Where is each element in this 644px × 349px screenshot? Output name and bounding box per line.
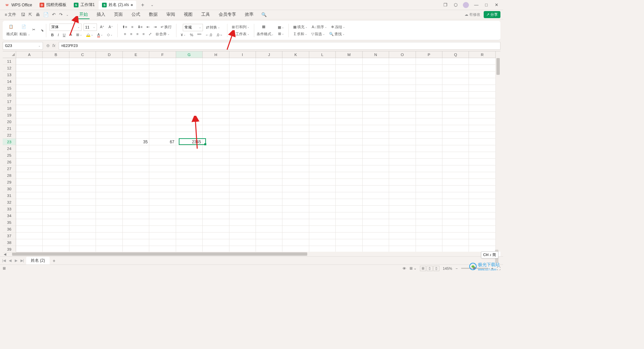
cell-E27[interactable] [123,165,149,172]
cell-O26[interactable] [389,159,416,165]
cell-M16[interactable] [336,92,362,98]
cell-G12[interactable] [176,65,203,71]
cell-Q24[interactable] [442,145,469,152]
cell-E19[interactable] [123,112,149,118]
cell-A21[interactable] [16,125,43,132]
col-header-I[interactable]: I [229,51,256,58]
border-button[interactable]: ⊞⌄ [75,32,83,37]
cell-B14[interactable] [43,78,69,85]
cell-J20[interactable] [256,118,282,125]
export-icon[interactable]: ⇱ [29,12,32,17]
cell-P17[interactable] [416,98,442,105]
cell-C21[interactable] [69,125,96,132]
worksheet-button[interactable]: ⊞工作表⌄ [231,31,251,37]
cell-O31[interactable] [389,192,416,199]
cell-M13[interactable] [336,71,362,78]
cell-F18[interactable] [149,105,176,112]
cell-N14[interactable] [363,78,389,85]
cell-G15[interactable] [176,85,203,92]
cell-K20[interactable] [282,118,309,125]
cell-J22[interactable] [256,132,282,139]
cell-K25[interactable] [282,152,309,159]
cell-I21[interactable] [229,125,256,132]
cell-Q19[interactable] [442,112,469,118]
cell-J31[interactable] [256,192,282,199]
cell-R16[interactable] [469,92,495,98]
cell-M27[interactable] [336,165,362,172]
cell-G16[interactable] [176,92,203,98]
cell-N28[interactable] [363,172,389,179]
cell-D22[interactable] [96,132,122,139]
cell-N18[interactable] [363,105,389,112]
row-header-21[interactable]: 21 [3,125,16,132]
cell-C11[interactable] [69,58,96,65]
cell-E32[interactable] [123,199,149,206]
cell-M25[interactable] [336,152,362,159]
cell-M24[interactable] [336,145,362,152]
cell-J21[interactable] [256,125,282,132]
cell-J37[interactable] [256,233,282,239]
cell-E15[interactable] [123,85,149,92]
file-menu[interactable]: ≡ 文件 [3,11,18,18]
cell-E35[interactable] [123,219,149,226]
cell-I29[interactable] [229,179,256,186]
cell-Q27[interactable] [442,165,469,172]
cell-B11[interactable] [43,58,69,65]
modified-indicator[interactable]: ☁ 有修改 [465,12,480,17]
cell-F20[interactable] [149,118,176,125]
cell-I24[interactable] [229,145,256,152]
cell-B15[interactable] [43,85,69,92]
cell-B24[interactable] [43,145,69,152]
cell-P12[interactable] [416,65,442,71]
cell-C24[interactable] [69,145,96,152]
cell-O38[interactable] [389,239,416,246]
cell-P29[interactable] [416,179,442,186]
freeze-button[interactable]: ❄冻结⌄ [330,24,346,30]
cell-A20[interactable] [16,118,43,125]
increase-decimal-icon[interactable]: .0→ [215,33,224,37]
cell-P21[interactable] [416,125,442,132]
cell-I25[interactable] [229,152,256,159]
col-header-F[interactable]: F [149,51,176,58]
row-header-35[interactable]: 35 [3,219,16,226]
cell-O33[interactable] [389,206,416,212]
cell-C32[interactable] [69,199,96,206]
cell-M21[interactable] [336,125,362,132]
cell-P38[interactable] [416,239,442,246]
cell-I27[interactable] [229,165,256,172]
col-header-A[interactable]: A [16,51,43,58]
cell-P20[interactable] [416,118,442,125]
row-header-22[interactable]: 22 [3,132,16,139]
sheet-tab-active[interactable]: 姓名 (2) [26,257,50,264]
cell-C16[interactable] [69,92,96,98]
cell-A11[interactable] [16,58,43,65]
cell-Q31[interactable] [442,192,469,199]
cell-G21[interactable] [176,125,203,132]
redo-icon[interactable]: ↷ [59,12,63,17]
cell-H35[interactable] [203,219,229,226]
cell-D14[interactable] [96,78,122,85]
cell-F33[interactable] [149,206,176,212]
row-header-17[interactable]: 17 [3,98,16,105]
view-page-icon[interactable]: ▯ [427,266,433,271]
cell-P22[interactable] [416,132,442,139]
cell-O37[interactable] [389,233,416,239]
cell-L13[interactable] [309,71,336,78]
cell-E24[interactable] [123,145,149,152]
menu-tab-5[interactable]: 审阅 [162,10,179,19]
cell-G19[interactable] [176,112,203,118]
currency-icon[interactable]: ¥⌄ [180,33,187,37]
cell-Q28[interactable] [442,172,469,179]
cell-P24[interactable] [416,145,442,152]
cell-J28[interactable] [256,172,282,179]
cell-F21[interactable] [149,125,176,132]
cell-F34[interactable] [149,212,176,219]
cell-I22[interactable] [229,132,256,139]
cell-O16[interactable] [389,92,416,98]
cell-K38[interactable] [282,239,309,246]
cell-B38[interactable] [43,239,69,246]
cell-E21[interactable] [123,125,149,132]
cell-H29[interactable] [203,179,229,186]
cell-F19[interactable] [149,112,176,118]
cell-N13[interactable] [363,71,389,78]
